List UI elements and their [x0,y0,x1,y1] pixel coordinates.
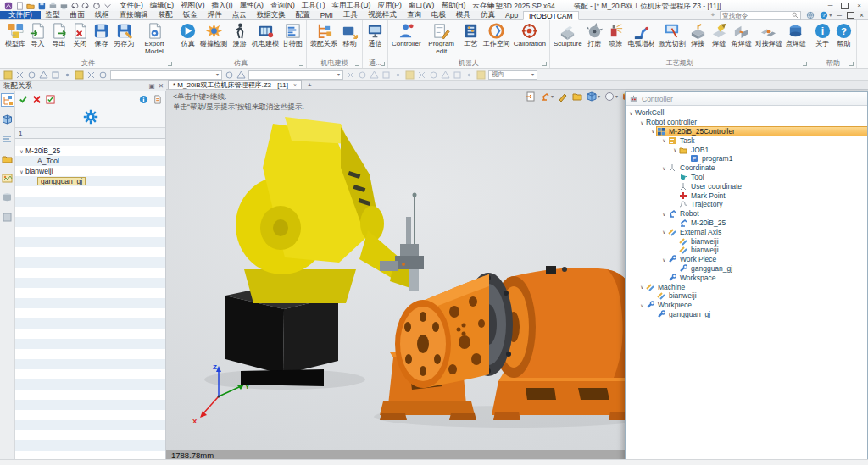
ribbon-tab-item[interactable]: 焊件 [203,11,227,19]
ribbon-button-simulate[interactable]: 仿真 [177,20,198,48]
tree-node-user-coordinate[interactable]: User coordinate [626,181,867,191]
snap-center-icon[interactable] [393,70,403,80]
search-input[interactable] [721,12,790,19]
ribbon-button-spot-weld[interactable]: 点焊缝 [784,20,808,48]
doc-minimize-button[interactable]: ─ [837,12,842,19]
ribbon-tab-item[interactable]: 模具 [451,11,476,19]
list-item-gangguan-gj[interactable]: gangguan_gj [15,176,165,186]
ribbon-tab-item[interactable]: 曲面 [65,11,90,19]
expand-chevron-icon[interactable]: ∨ [660,211,668,217]
tab-close-icon[interactable]: × [293,82,297,88]
ribbon-button-save-as[interactable]: 另存为 [112,20,136,48]
axis-display-icon[interactable] [15,70,25,80]
ribbon-button-fillet-weld[interactable]: 角焊缝 [730,20,754,48]
panel-close-icon[interactable]: ✕ [159,82,164,90]
ribbon-tab-pmi[interactable]: PMI [315,11,338,19]
list-item-a-tool[interactable]: A_Tool [15,156,165,166]
session-manager-icon[interactable] [2,191,14,203]
ribbon-button-weld-seam[interactable]: 焊缝 [709,20,730,48]
ribbon-button-close-file[interactable]: 关闭 [70,20,91,48]
ribbon-button-export[interactable]: 导出 [48,20,70,48]
verify-checklist-icon[interactable] [46,95,55,104]
expand-chevron-icon[interactable]: ∨ [660,137,668,143]
view-orientation-combo[interactable]: 视向▾ [488,70,537,80]
ribbon-tab-item[interactable]: 线框 [90,11,114,19]
expand-chevron-icon[interactable]: ∨ [18,148,25,154]
exit-view-icon[interactable] [526,91,536,102]
ribbon-button-spraying[interactable]: 喷涂 [605,20,626,48]
component-filter-icon[interactable] [63,70,72,80]
snap-free-icon[interactable] [476,70,486,80]
rotate-view-icon[interactable]: ▾ [604,91,618,102]
info-icon[interactable] [139,95,148,104]
doc-restore-button[interactable] [847,12,854,19]
ribbon-button-welding[interactable]: 焊接 [687,20,709,48]
new-tab-button[interactable]: + [302,81,318,89]
tree-node-robot[interactable]: ∨Robot [626,209,867,219]
undo-icon[interactable] [70,2,79,10]
open-file-icon[interactable] [26,2,35,10]
globe-icon[interactable] [806,11,815,19]
qat-customize-caret-icon[interactable] [103,2,112,10]
structure-manager-icon[interactable] [2,133,14,145]
tree-node-m-20ib-25controller[interactable]: ∨M-20iB_25Controller [626,127,867,136]
pick-box-icon[interactable] [358,70,367,80]
tree-node-mark-point[interactable]: Mark Point [626,191,867,200]
ribbon-button-calibration[interactable]: Calibration [512,20,548,48]
dialog-launcher-icon[interactable] [355,62,359,66]
panel-options-icon[interactable]: ▣ [149,82,155,90]
history-manager-icon[interactable] [2,152,14,164]
robot-model[interactable] [236,117,414,303]
snap-intersect-icon[interactable] [405,70,415,80]
tab-file[interactable]: 文件(F) [0,11,41,19]
document-tab[interactable]: * M_20iB双工位机床管理程序.Z3 - [11] × [168,80,302,89]
tree-node-m-20ib-25[interactable]: M-20iB_25 [626,219,867,228]
ribbon-button-process[interactable]: 工艺 [460,20,481,48]
ribbon-button-grinding[interactable]: 打磨 [584,20,605,48]
redo-icon[interactable] [81,2,90,10]
tree-node-task[interactable]: ∨Task [626,136,867,145]
expand-chevron-icon[interactable]: ∨ [638,284,646,290]
ribbon-tab-item[interactable]: 仿真 [476,11,500,19]
snap-quadrant-icon[interactable] [417,70,426,80]
dialog-launcher-icon[interactable] [168,62,172,66]
curve-filter-icon[interactable] [86,70,96,80]
settings-gear-icon[interactable] [82,108,99,125]
ribbon-tab-item[interactable]: 查询 [402,11,426,19]
ribbon-button-gantt-chart[interactable]: 甘特图 [281,20,304,48]
open-folder-icon[interactable] [572,91,582,102]
ribbon-button-walkthrough[interactable]: 漫游 [229,20,250,48]
help-caret-icon[interactable]: ▾ [829,13,832,18]
new-file-icon[interactable] [15,2,24,10]
tree-node-workcell[interactable]: ∨WorkCell [626,108,867,118]
expand-chevron-icon[interactable]: ∨ [627,110,635,116]
ribbon-button-mechatronic-modeling[interactable]: 机电建模 [250,20,281,48]
ribbon-button-controller[interactable]: Controller [390,20,423,48]
ribbon-tab-item[interactable]: 点云 [227,11,252,19]
controller-panel-header[interactable]: Controller [626,92,867,106]
pin-ribbon-icon[interactable]: ⌖ [711,11,715,19]
gallery-manager-icon[interactable] [2,172,14,184]
expand-chevron-icon[interactable]: ∨ [18,169,25,174]
workpiece-model[interactable] [395,274,489,388]
ribbon-button-laser-cutting[interactable]: 激光切割 [657,20,687,48]
menu-item-h[interactable]: 帮助(H) [441,1,465,11]
select-filter-icon[interactable] [346,70,355,80]
menu-item-e[interactable]: 编辑(E) [150,1,174,11]
expand-chevron-icon[interactable]: ∨ [638,119,646,125]
expand-chevron-icon[interactable]: ∨ [660,257,668,263]
tree-node-workspace[interactable]: Workspace [626,273,867,282]
expand-chevron-icon[interactable]: ∨ [649,128,657,134]
context-part-icon[interactable] [225,70,234,80]
ribbon-tab-item[interactable]: 钣金 [178,11,203,19]
tree-node-bianweiji[interactable]: bianweiji [626,236,867,246]
snap-point-icon[interactable] [370,70,379,80]
menu-item-p[interactable]: 应用(P) [377,1,401,11]
ribbon-button-workspace[interactable]: 工作空间 [481,20,512,48]
snap-mid-icon[interactable] [381,70,391,80]
tree-node-job1[interactable]: ∨JOB1 [626,145,867,154]
save-file-icon[interactable] [37,2,46,10]
layer-manager-icon[interactable] [2,211,14,223]
expand-chevron-icon[interactable]: ∨ [660,165,668,171]
tree-node-gangguan-gj[interactable]: gangguan_gj [626,264,867,274]
